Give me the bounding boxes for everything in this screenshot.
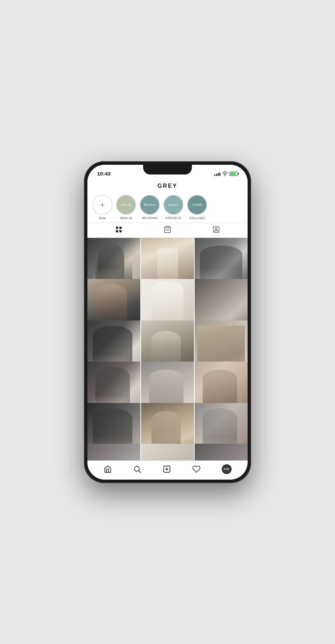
story-presets[interactable]: presets PRESETS xyxy=(163,195,184,220)
svg-rect-1 xyxy=(116,226,118,228)
partial-photo-1[interactable] xyxy=(87,444,140,460)
story-circle-new-in[interactable]: New In xyxy=(116,195,136,215)
nav-likes[interactable] xyxy=(192,465,201,473)
partial-photo-3[interactable] xyxy=(195,444,248,460)
signal-icon xyxy=(214,172,220,176)
grid-photo-14[interactable] xyxy=(141,403,194,444)
shop-bag-icon xyxy=(164,226,171,233)
profile-username: GREY xyxy=(94,183,241,189)
search-icon xyxy=(133,465,141,473)
svg-rect-3 xyxy=(116,230,118,232)
status-time: 10:43 xyxy=(97,171,110,177)
story-circle-new[interactable]: + xyxy=(92,195,112,215)
photo-grid xyxy=(87,238,248,444)
svg-rect-2 xyxy=(119,226,122,228)
grid-photo-15[interactable] xyxy=(195,403,248,444)
svg-point-0 xyxy=(225,175,225,176)
nav-profile[interactable]: KIN xyxy=(222,464,232,474)
story-new[interactable]: + New xyxy=(92,195,112,220)
nav-add[interactable] xyxy=(163,465,171,473)
bottom-nav: KIN xyxy=(87,460,248,480)
svg-rect-4 xyxy=(119,230,122,232)
story-circle-presets[interactable]: presets xyxy=(163,195,184,215)
content-tabs xyxy=(87,223,248,238)
avatar-text: KIN xyxy=(224,467,229,471)
story-label-collabs: COLLABS xyxy=(189,216,205,220)
nav-search[interactable] xyxy=(133,465,141,473)
tab-shop[interactable] xyxy=(164,226,171,235)
battery-icon xyxy=(229,172,238,176)
add-icon xyxy=(163,465,171,473)
story-circle-reviews[interactable]: Reviews xyxy=(140,195,160,215)
story-collabs[interactable]: Collabs COLLABS xyxy=(187,195,207,220)
story-label-new-in: NEW IN xyxy=(120,216,132,220)
phone-screen: 10:43 GREY xyxy=(87,165,248,480)
partial-photo-2[interactable] xyxy=(141,444,194,460)
phone-notch xyxy=(143,165,192,174)
grid-icon xyxy=(115,226,123,233)
svg-point-7 xyxy=(215,228,217,230)
tab-tag[interactable] xyxy=(212,226,220,235)
story-label-presets: PRESETS xyxy=(165,216,181,220)
nav-home[interactable] xyxy=(103,465,112,473)
story-circle-collabs[interactable]: Collabs xyxy=(187,195,207,215)
story-label-reviews: REVIEWS xyxy=(142,216,157,220)
phone-device: 10:43 GREY xyxy=(84,161,251,483)
status-icons xyxy=(214,171,238,177)
profile-header: GREY xyxy=(87,180,248,193)
person-tag-icon xyxy=(212,226,220,233)
heart-icon xyxy=(192,465,201,473)
story-new-in[interactable]: New In NEW IN xyxy=(116,195,136,220)
story-reviews[interactable]: Reviews REVIEWS xyxy=(140,195,160,220)
story-label-new: New xyxy=(99,216,106,220)
home-icon xyxy=(103,465,112,473)
stories-row: + New New In NEW IN Reviews REVIEWS pres… xyxy=(87,193,248,223)
profile-avatar[interactable]: KIN xyxy=(222,464,232,474)
photo-partial-row xyxy=(87,444,248,460)
tab-grid[interactable] xyxy=(115,226,123,235)
grid-photo-13[interactable] xyxy=(87,403,140,444)
wifi-icon xyxy=(222,171,228,177)
svg-line-9 xyxy=(139,471,141,473)
